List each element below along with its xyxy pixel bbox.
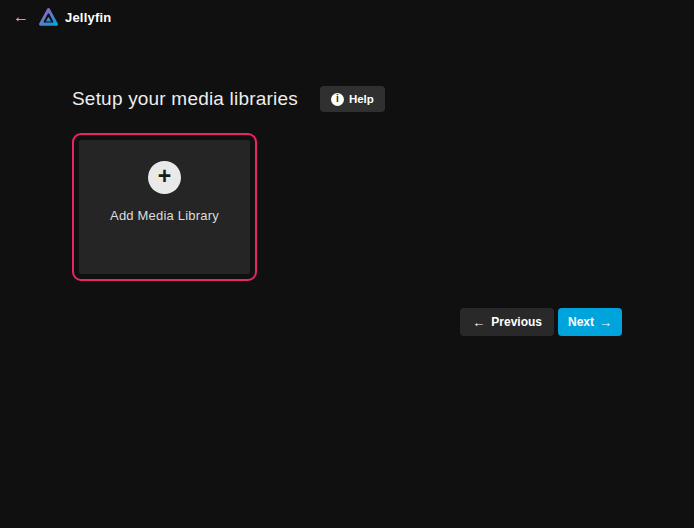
plus-circle-icon: + <box>148 161 181 194</box>
back-arrow-icon: ← <box>13 9 29 25</box>
next-button[interactable]: Next → <box>558 308 622 336</box>
app-name: Jellyfin <box>65 10 111 25</box>
info-icon: i <box>331 93 344 106</box>
arrow-left-icon: ← <box>472 316 485 329</box>
previous-button[interactable]: ← Previous <box>460 308 554 336</box>
previous-button-label: Previous <box>491 315 542 329</box>
add-media-library-card[interactable]: + Add Media Library <box>79 140 250 274</box>
help-button-label: Help <box>349 93 374 105</box>
jellyfin-logo-icon <box>38 7 59 28</box>
wizard-nav-buttons: ← Previous Next → <box>72 308 622 336</box>
add-media-library-label: Add Media Library <box>110 208 219 223</box>
back-button[interactable]: ← <box>10 5 32 29</box>
title-row: Setup your media libraries i Help <box>72 86 622 112</box>
arrow-right-icon: → <box>599 316 612 329</box>
help-button[interactable]: i Help <box>320 86 385 112</box>
page-title: Setup your media libraries <box>72 88 298 110</box>
next-button-label: Next <box>568 315 594 329</box>
wizard-content: Setup your media libraries i Help + Add … <box>72 86 622 336</box>
top-bar: ← Jellyfin <box>0 0 694 34</box>
